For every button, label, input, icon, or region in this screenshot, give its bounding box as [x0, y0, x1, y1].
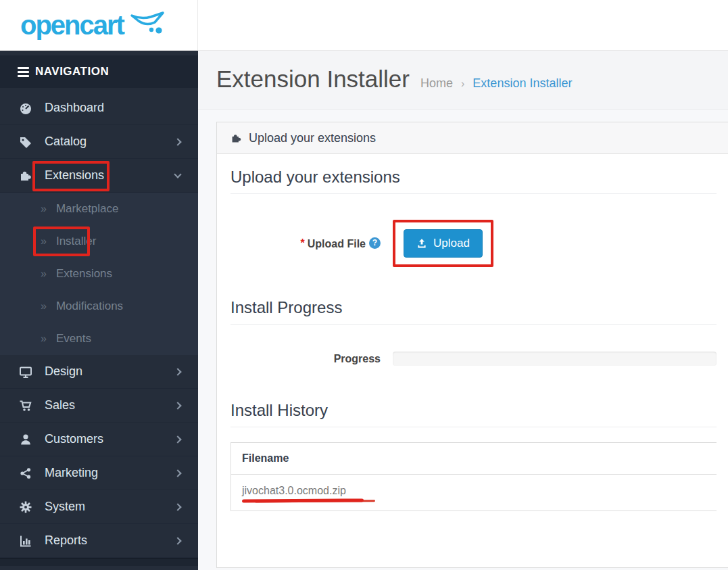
upload-control-area: Upload [393, 220, 717, 267]
annotation-box-upload-button: Upload [393, 220, 493, 267]
sidebar-bottom-strip [0, 558, 198, 566]
sidebar-item-marketing[interactable]: Marketing [0, 456, 198, 490]
sidebar-item-label: Dashboard [45, 101, 180, 115]
breadcrumb-separator: › [461, 78, 464, 89]
sidebar-subitem-marketplace[interactable]: » Marketplace [0, 193, 198, 225]
double-arrow-icon: » [41, 203, 47, 215]
sidebar-item-reports[interactable]: Reports [0, 524, 198, 558]
filename-cell: jivochat3.0.ocmod.zip [231, 475, 717, 511]
upload-icon [416, 238, 427, 249]
progress-label: Progress [230, 353, 393, 365]
puzzle-icon [18, 169, 34, 183]
upload-file-label: *Upload File? [230, 237, 393, 250]
sidebar-item-label: Extensions [45, 168, 175, 183]
sidebar-item-dashboard[interactable]: Dashboard [0, 91, 198, 125]
sidebar-subitem-modifications[interactable]: » Modifications [0, 290, 198, 323]
sidebar-menu: Dashboard Catalog Extensions » Marketpla… [0, 91, 198, 566]
tags-icon [18, 135, 34, 149]
progress-section-heading: Install Progress [230, 298, 717, 325]
chevron-right-icon [174, 537, 181, 544]
sidebar-item-label: Reports [45, 533, 175, 548]
sidebar-item-customers[interactable]: Customers [0, 423, 198, 456]
double-arrow-icon: » [41, 300, 47, 312]
sidebar-item-label: Marketing [45, 466, 175, 480]
chevron-down-icon [174, 170, 181, 178]
chevron-right-icon [174, 469, 181, 477]
gear-icon [18, 500, 34, 514]
sidebar-item-label: Catalog [45, 135, 175, 149]
history-section-heading: Install History [230, 401, 717, 427]
content-area: Upload your extensions Upload your exten… [198, 110, 728, 568]
upload-section-heading: Upload your extensions [230, 168, 717, 194]
table-header-row: Filename [231, 443, 717, 475]
page-header: Extension Installer Home › Extension Ins… [198, 51, 728, 110]
table-row[interactable]: jivochat3.0.ocmod.zip [231, 475, 717, 511]
annotation-underline-filename [242, 498, 364, 502]
sidebar-subitem-extensions[interactable]: » Extensions [0, 258, 198, 290]
chevron-right-icon [174, 402, 181, 409]
chevron-right-icon [174, 435, 181, 443]
main-content: Extension Installer Home › Extension Ins… [198, 51, 728, 570]
chevron-right-icon [174, 503, 181, 510]
sidebar-item-catalog[interactable]: Catalog [0, 125, 198, 159]
puzzle-icon [230, 133, 242, 144]
breadcrumb-current[interactable]: Extension Installer [472, 76, 572, 90]
filename-text: jivochat3.0.ocmod.zip [242, 485, 346, 496]
logo[interactable]: opencart [0, 0, 198, 50]
upload-button[interactable]: Upload [404, 229, 483, 258]
required-marker: * [301, 237, 305, 249]
hamburger-icon[interactable] [18, 67, 29, 77]
double-arrow-icon: » [41, 333, 47, 345]
sidebar-item-sales[interactable]: Sales [0, 389, 198, 423]
help-question-icon[interactable]: ? [369, 237, 381, 249]
install-history-table: Filename jivochat3.0.ocmod.zip [230, 442, 717, 511]
panel-heading: Upload your extensions [217, 122, 728, 154]
cart-icon [18, 399, 34, 412]
user-icon [18, 433, 34, 446]
installer-panel: Upload your extensions Upload your exten… [216, 122, 728, 568]
breadcrumb-home[interactable]: Home [420, 76, 453, 90]
share-icon [18, 467, 34, 480]
sidebar-item-extensions[interactable]: Extensions [0, 159, 198, 193]
bar-chart-icon [18, 534, 34, 548]
sidebar-subitem-label: Marketplace [56, 202, 119, 216]
filename-column-header: Filename [231, 443, 717, 475]
monitor-icon [18, 365, 34, 379]
progress-row: Progress [230, 352, 717, 366]
sidebar-subitem-label: Modifications [56, 300, 123, 313]
sidebar-subitem-installer[interactable]: » Installer [0, 225, 198, 258]
sidebar: NAVIGATION Dashboard Catalog Extensions [0, 51, 198, 570]
sidebar-item-system[interactable]: System [0, 490, 198, 524]
sidebar-subitem-label: Installer [56, 235, 97, 248]
sidebar-subitem-label: Events [56, 332, 91, 346]
panel-body: Upload your extensions *Upload File? Upl… [217, 154, 728, 525]
upload-button-label: Upload [433, 237, 470, 250]
sidebar-item-label: Design [45, 364, 175, 379]
cart-logo-icon [129, 11, 167, 35]
dashboard-icon [18, 101, 34, 115]
panel-heading-title: Upload your extensions [249, 131, 376, 145]
sidebar-item-design[interactable]: Design [0, 355, 198, 389]
sidebar-subitem-events[interactable]: » Events [0, 323, 198, 355]
double-arrow-icon: » [41, 268, 47, 280]
progress-control-area [393, 352, 717, 366]
sidebar-subitem-label: Extensions [56, 267, 112, 281]
logo-text: opencart [20, 11, 124, 39]
progress-bar [393, 352, 717, 366]
upload-file-row: *Upload File? Upload [230, 220, 717, 267]
page-title: Extension Installer [216, 66, 410, 93]
navigation-header: NAVIGATION [0, 55, 198, 88]
upload-file-label-text: Upload File [308, 237, 366, 249]
sidebar-item-label: Sales [45, 398, 175, 412]
extensions-submenu: » Marketplace » Installer » Extensions »… [0, 193, 198, 355]
sidebar-item-label: System [45, 500, 175, 514]
breadcrumb: Home › Extension Installer [420, 76, 572, 91]
navigation-header-label: NAVIGATION [35, 65, 109, 78]
top-bar: opencart [0, 0, 728, 51]
chevron-right-icon [174, 138, 181, 145]
double-arrow-icon: » [41, 235, 47, 247]
sidebar-item-label: Customers [45, 432, 175, 446]
chevron-right-icon [174, 368, 181, 375]
